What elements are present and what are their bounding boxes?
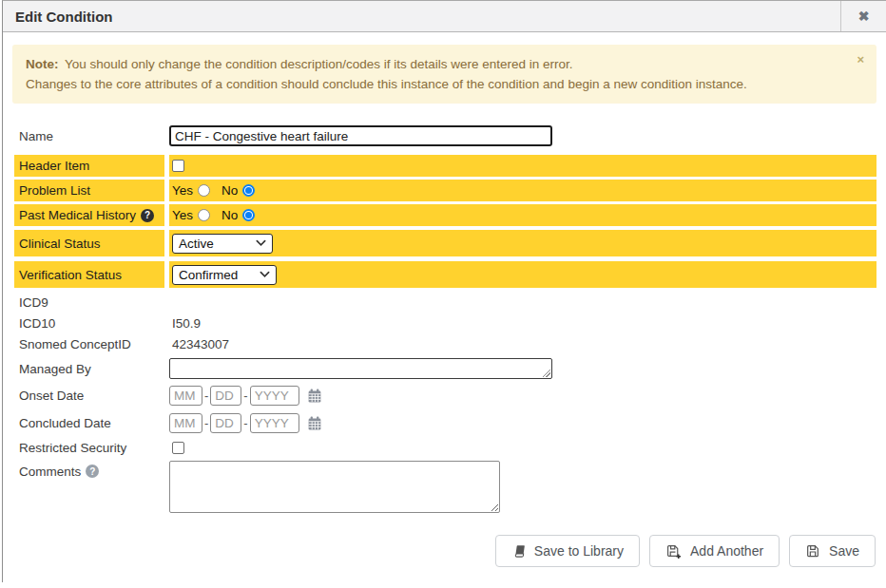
icd10-label: ICD10 [14,313,164,332]
row-header-item: Header Item [14,155,876,177]
header-item-label: Header Item [14,155,164,177]
onset-date-label: Onset Date [14,383,164,408]
row-comments: Comments ? [14,461,876,513]
save-to-library-button[interactable]: Save to Library [495,535,640,567]
condition-form: Name Header Item Problem List Yes No Pas… [3,123,886,513]
onset-year-input[interactable] [250,386,299,406]
snomed-value: 42343007 [172,337,229,351]
restricted-security-checkbox[interactable] [172,442,184,454]
book-icon [511,544,526,559]
pmh-no-radio[interactable] [242,209,255,221]
edit-condition-dialog: Edit Condition ✖ Note: You should only c… [2,0,886,582]
verification-status-label: Verification Status [14,261,164,288]
note-line-1: Note: You should only change the conditi… [26,54,838,74]
header-item-checkbox[interactable] [172,160,184,172]
past-medical-history-label: Past Medical History [19,208,136,222]
row-icd9: ICD9 [14,293,876,312]
restricted-security-label: Restricted Security [14,438,164,458]
clinical-status-select[interactable]: Active [172,234,273,254]
row-icd10: ICD10 I50.9 [14,313,876,332]
icd10-value: I50.9 [172,316,201,331]
problem-list-yes-radio[interactable] [198,184,210,197]
row-onset-date: Onset Date - - [14,383,876,408]
icd9-label: ICD9 [14,293,164,312]
save-to-library-label: Save to Library [534,543,624,559]
date-separator: - [204,416,208,430]
clinical-status-label: Clinical Status [14,230,164,256]
concluded-date-label: Concluded Date [14,410,164,436]
resize-grip-icon[interactable] [543,370,550,377]
page-title: Edit Condition [3,1,840,31]
calendar-icon[interactable] [306,415,323,431]
chevron-down-icon [260,271,270,278]
calendar-icon[interactable] [306,388,323,404]
pmh-no-label: No [222,208,238,222]
problem-list-no-label: No [222,183,238,198]
save-icon [805,543,820,559]
clinical-status-value: Active [179,237,214,251]
date-separator: - [243,416,247,430]
pmh-yes-label: Yes [172,208,193,222]
note-text-1: You should only change the condition des… [65,57,573,71]
onset-month-input[interactable] [169,386,202,406]
note-dismiss-icon[interactable]: × [857,53,864,66]
comments-label: Comments [19,465,81,479]
row-managed-by: Managed By [14,356,876,381]
snomed-label: Snomed ConceptID [14,334,164,353]
row-concluded-date: Concluded Date - - [14,410,876,436]
comments-textarea[interactable] [169,461,500,513]
problem-list-label: Problem List [14,180,164,201]
name-label: Name [14,123,164,149]
date-separator: - [204,389,208,403]
row-problem-list: Problem List Yes No [14,180,876,201]
note-banner: Note: You should only change the conditi… [12,45,876,104]
note-label: Note: [26,57,59,71]
onset-day-input[interactable] [210,386,241,406]
row-restricted-security: Restricted Security [14,438,876,458]
save-button[interactable]: Save [789,535,876,567]
concluded-month-input[interactable] [169,413,202,433]
chevron-down-icon [256,239,266,247]
save-label: Save [829,543,859,559]
dialog-header: Edit Condition ✖ [3,1,886,32]
row-past-medical-history: Past Medical History ? Yes No [14,204,876,226]
problem-list-yes-label: Yes [172,183,193,198]
concluded-year-input[interactable] [250,413,299,433]
help-icon[interactable]: ? [86,465,99,478]
verification-status-value: Confirmed [179,268,238,282]
help-icon[interactable]: ? [141,209,154,222]
add-another-button[interactable]: Add Another [649,535,780,567]
managed-by-label: Managed By [14,356,164,381]
row-snomed: Snomed ConceptID 42343007 [14,334,876,353]
dialog-footer: Save to Library Add Another Save [495,535,876,567]
date-separator: - [243,389,247,403]
verification-status-select[interactable]: Confirmed [172,265,277,285]
pmh-yes-radio[interactable] [198,209,210,221]
close-icon: ✖ [858,9,870,24]
note-line-2: Changes to the core attributes of a cond… [26,74,838,94]
concluded-day-input[interactable] [210,413,241,433]
managed-by-input[interactable] [170,359,551,378]
row-name: Name [14,123,876,149]
name-input[interactable] [169,125,552,146]
row-verification-status: Verification Status Confirmed [14,261,876,288]
add-another-label: Add Another [690,543,763,559]
row-clinical-status: Clinical Status Active [14,230,876,256]
problem-list-no-radio[interactable] [242,184,255,197]
save-plus-icon [665,543,682,560]
close-button[interactable]: ✖ [840,1,886,31]
